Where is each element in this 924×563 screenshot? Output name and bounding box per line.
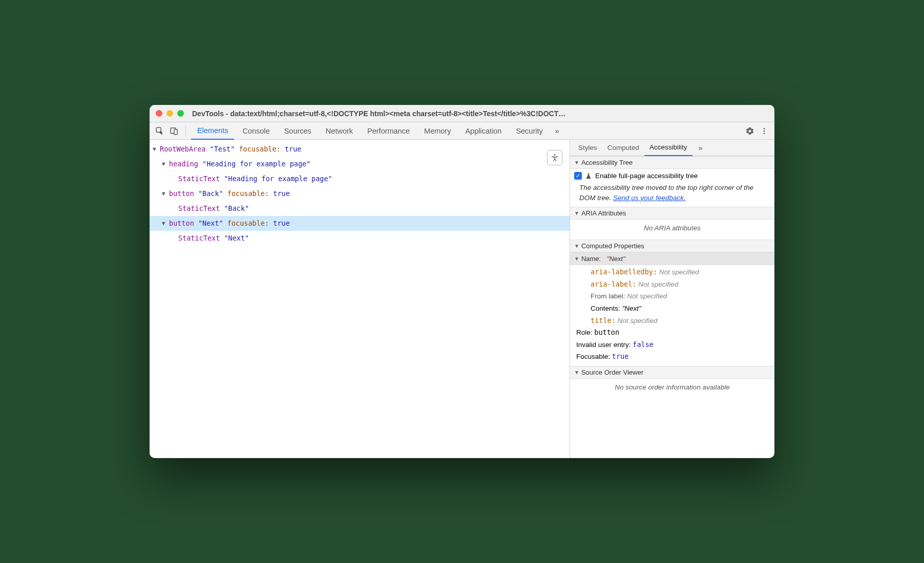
devtools-window: DevTools - data:text/html;charset=utf-8,… <box>150 105 774 458</box>
section-accessibility-tree[interactable]: ▼Accessibility Tree <box>570 156 774 169</box>
chevron-down-icon[interactable]: ▼ <box>162 186 168 201</box>
checkbox-checked-icon[interactable]: ✓ <box>574 172 582 180</box>
feedback-link[interactable]: Send us your feedback. <box>613 194 686 202</box>
tab-elements[interactable]: Elements <box>191 122 234 140</box>
device-toggle-icon[interactable] <box>168 125 180 137</box>
tab-security[interactable]: Security <box>510 122 549 140</box>
accessibility-tree-pane: ▼ RootWebArea "Test" focusable: true ▼ h… <box>150 140 570 458</box>
chevron-down-icon[interactable]: ▼ <box>162 157 168 171</box>
window-controls <box>156 110 184 117</box>
no-source-order-text: No source order information available <box>570 379 774 399</box>
hint-text: The accessibility tree moved to the top … <box>570 183 774 207</box>
kebab-menu-icon[interactable] <box>758 125 770 137</box>
toolbar: Elements Console Sources Network Perform… <box>150 122 774 140</box>
chevron-down-icon[interactable]: ▼ <box>153 142 159 157</box>
tree-row-static-text[interactable]: StaticText "Heading for example page" <box>150 171 570 186</box>
section-computed-properties[interactable]: ▼Computed Properties <box>570 240 774 252</box>
titlebar: DevTools - data:text/html;charset=utf-8,… <box>150 105 774 122</box>
subtabs: Styles Computed Accessibility » <box>570 140 774 156</box>
computed-name-row[interactable]: ▼Name: "Next" <box>570 252 774 265</box>
chevron-down-icon[interactable]: ▼ <box>162 216 168 231</box>
tab-memory[interactable]: Memory <box>418 122 457 140</box>
side-pane: Styles Computed Accessibility » ▼Accessi… <box>570 140 774 458</box>
subtab-accessibility[interactable]: Accessibility <box>644 140 692 156</box>
tab-network[interactable]: Network <box>320 122 359 140</box>
computed-properties-list: aria-labelledby: Not specified aria-labe… <box>570 265 774 366</box>
close-icon[interactable] <box>156 110 162 117</box>
no-aria-text: No ARIA attributes <box>570 220 774 240</box>
content: ▼ RootWebArea "Test" focusable: true ▼ h… <box>150 140 774 458</box>
accessibility-mode-button[interactable] <box>547 150 562 165</box>
svg-point-3 <box>764 128 765 129</box>
minimize-icon[interactable] <box>166 110 173 117</box>
flask-icon <box>585 172 592 180</box>
section-aria-attributes[interactable]: ▼ARIA Attributes <box>570 207 774 220</box>
more-subtabs-icon[interactable]: » <box>695 142 707 154</box>
tree-row-button-back[interactable]: ▼ button "Back" focusable: true <box>150 186 570 201</box>
tree-row-static-text[interactable]: StaticText "Back" <box>150 201 570 216</box>
tab-performance[interactable]: Performance <box>361 122 416 140</box>
subtab-styles[interactable]: Styles <box>573 140 602 156</box>
zoom-icon[interactable] <box>177 110 184 117</box>
tree-row-root[interactable]: ▼ RootWebArea "Test" focusable: true <box>150 142 570 157</box>
svg-point-4 <box>764 130 765 132</box>
settings-icon[interactable] <box>744 125 756 137</box>
section-source-order-viewer[interactable]: ▼Source Order Viewer <box>570 366 774 379</box>
tree-row-heading[interactable]: ▼ heading "Heading for example page" <box>150 157 570 171</box>
inspect-icon[interactable] <box>154 125 166 137</box>
subtab-computed[interactable]: Computed <box>602 140 644 156</box>
svg-rect-2 <box>174 129 177 135</box>
window-title: DevTools - data:text/html;charset=utf-8,… <box>192 110 768 118</box>
tab-sources[interactable]: Sources <box>278 122 318 140</box>
separator <box>185 125 186 137</box>
enable-full-page-tree[interactable]: ✓ Enable full-page accessibility tree <box>570 169 774 183</box>
tab-application[interactable]: Application <box>459 122 508 140</box>
svg-point-6 <box>554 154 556 156</box>
tree-row-static-text[interactable]: StaticText "Next" <box>150 231 570 246</box>
tab-console[interactable]: Console <box>236 122 276 140</box>
more-tabs-icon[interactable]: » <box>551 125 563 137</box>
tree-row-button-next[interactable]: ▼ button "Next" focusable: true <box>150 216 570 231</box>
svg-point-5 <box>764 133 765 134</box>
